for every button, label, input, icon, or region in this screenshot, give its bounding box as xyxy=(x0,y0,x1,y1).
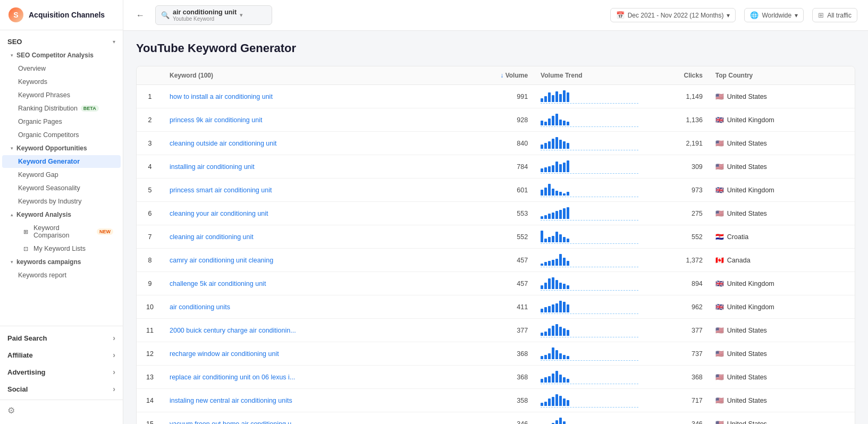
sidebar-item-keyword-phrases[interactable]: Keyword Phrases xyxy=(2,89,121,101)
th-keyword[interactable]: Keyword (100) xyxy=(163,66,452,85)
keyword-cell[interactable]: how to install a air conditioning unit xyxy=(163,85,452,108)
seo-section-header[interactable]: SEO ▾ xyxy=(0,35,123,49)
app-logo-icon: S xyxy=(9,7,23,22)
keyword-analysis-header[interactable]: ▴ Keyword Analysis xyxy=(0,208,123,221)
keyword-cell[interactable]: instaling new central air conditioning u… xyxy=(163,389,452,412)
trend-cell xyxy=(534,179,645,202)
keyword-opportunities-label: Keyword Opportunities xyxy=(16,145,87,152)
volume-cell: 991 xyxy=(452,85,534,108)
sidebar-title: Acquisition Channels xyxy=(29,11,105,19)
sidebar-item-affiliate[interactable]: Affiliate › xyxy=(0,346,123,363)
th-volume[interactable]: ↓ Volume xyxy=(452,66,534,85)
sidebar-item-advertising[interactable]: Advertising › xyxy=(0,363,123,380)
settings-icon[interactable]: ⚙ xyxy=(7,405,15,415)
trend-cell xyxy=(534,366,645,389)
country-cell: 🇺🇸 United States xyxy=(709,319,855,342)
keyword-cell[interactable]: princess 9k air conditioning unit xyxy=(163,108,452,132)
paid-search-label: Paid Search xyxy=(7,334,47,342)
trend-cell xyxy=(534,249,645,272)
sidebar-item-keyword-comparison[interactable]: ⊞ Keyword Comparison NEW xyxy=(2,222,121,242)
chevron-down-icon: ▾ xyxy=(11,53,13,58)
sidebar-item-keyword-generator[interactable]: Keyword Generator xyxy=(2,155,121,168)
sidebar-item-keywords-by-industry[interactable]: Keywords by Industry xyxy=(2,195,121,208)
country-name: United Kingdom xyxy=(727,303,774,311)
keywords-campaigns-header[interactable]: ▾ keywords campaigns xyxy=(0,256,123,268)
sidebar-item-organic-competitors[interactable]: Organic Competitors xyxy=(2,129,121,141)
seo-toggle-icon: ▾ xyxy=(113,39,115,45)
sidebar-item-my-keyword-lists[interactable]: ⊡ My Keyword Lists xyxy=(2,242,121,255)
search-bar[interactable]: 🔍 air conditioning unit Youtube Keyword … xyxy=(155,5,272,25)
table-row: 5 princess smart air conditioning unit 6… xyxy=(137,179,855,202)
volume-cell: 928 xyxy=(452,108,534,132)
keyword-cell[interactable]: princess smart air conditioning unit xyxy=(163,179,452,202)
seo-competitor-analysis-header[interactable]: ▾ SEO Competitor Analysis xyxy=(0,49,123,62)
sidebar-item-keywords[interactable]: Keywords xyxy=(2,75,121,88)
volume-cell: 377 xyxy=(452,319,534,342)
country-name: United States xyxy=(727,374,767,381)
keyword-cell[interactable]: camry air conditioning unit cleaning xyxy=(163,249,452,272)
rank-cell: 11 xyxy=(137,319,163,342)
clicks-cell: 275 xyxy=(645,202,709,225)
keyword-cell[interactable]: 2000 buick century charge air conditioni… xyxy=(163,319,452,342)
table-row: 11 2000 buick century charge air conditi… xyxy=(137,319,855,342)
table-row: 2 princess 9k air conditioning unit 928 … xyxy=(137,108,855,132)
location-dropdown-icon: ▾ xyxy=(795,12,798,19)
th-rank xyxy=(137,66,163,85)
keyword-cell[interactable]: challenge 5k air conditioning unit xyxy=(163,272,452,295)
keyword-cell[interactable]: installing air conditioning unit xyxy=(163,155,452,179)
volume-cell: 553 xyxy=(452,202,534,225)
sidebar-item-overview[interactable]: Overview xyxy=(2,62,121,75)
chevron-right-icon: › xyxy=(113,368,115,376)
seo-competitor-analysis-label: SEO Competitor Analysis xyxy=(16,52,94,59)
sidebar-item-keywords-report[interactable]: Keywords report xyxy=(2,269,121,282)
table-row: 6 cleaning your air conditioning unit 55… xyxy=(137,202,855,225)
keyword-cell[interactable]: cleaning air conditioning unit xyxy=(163,225,452,249)
trend-cell xyxy=(534,412,645,425)
date-filter-label: Dec 2021 - Nov 2022 (12 Months) xyxy=(628,12,724,19)
flag-icon: 🇺🇸 xyxy=(715,350,724,358)
country-cell: 🇭🇷 Croatia xyxy=(709,225,855,249)
volume-cell: 358 xyxy=(452,389,534,412)
location-filter[interactable]: 🌐 Worldwide ▾ xyxy=(744,8,804,22)
volume-cell: 784 xyxy=(452,155,534,179)
rank-cell: 3 xyxy=(137,132,163,155)
rank-cell: 12 xyxy=(137,342,163,366)
sidebar-item-social[interactable]: Social › xyxy=(0,380,123,397)
location-filter-label: Worldwide xyxy=(762,12,791,19)
rank-cell: 6 xyxy=(137,202,163,225)
country-name: United States xyxy=(727,420,767,425)
search-dropdown-icon[interactable]: ▾ xyxy=(240,12,243,19)
rank-cell: 4 xyxy=(137,155,163,179)
country-cell: 🇺🇸 United States xyxy=(709,202,855,225)
keyword-cell[interactable]: vacuum freon out home air conditioning u… xyxy=(163,412,452,425)
trend-cell xyxy=(534,225,645,249)
keyword-cell[interactable]: air conditioning units xyxy=(163,295,452,319)
table-row: 4 installing air conditioning unit 784 3… xyxy=(137,155,855,179)
sidebar-item-organic-pages[interactable]: Organic Pages xyxy=(2,115,121,128)
country-name: Croatia xyxy=(727,233,748,241)
flag-icon: 🇺🇸 xyxy=(715,373,724,381)
keyword-opportunities-header[interactable]: ▾ Keyword Opportunities xyxy=(0,142,123,155)
date-filter[interactable]: 📅 Dec 2021 - Nov 2022 (12 Months) ▾ xyxy=(610,8,736,22)
main-content: ← 🔍 air conditioning unit Youtube Keywor… xyxy=(123,0,868,424)
flag-icon: 🇨🇦 xyxy=(715,256,724,264)
volume-cell: 368 xyxy=(452,342,534,366)
country-cell: 🇺🇸 United States xyxy=(709,155,855,179)
table-row: 8 camry air conditioning unit cleaning 4… xyxy=(137,249,855,272)
sidebar-item-ranking-distribution[interactable]: Ranking Distribution BETA xyxy=(2,102,121,115)
back-button[interactable]: ← xyxy=(134,9,147,22)
keyword-cell[interactable]: cleaning your air conditioning unit xyxy=(163,202,452,225)
table-row: 12 recharge window air conditioning unit… xyxy=(137,342,855,366)
sidebar-item-keyword-gap[interactable]: Keyword Gap xyxy=(2,168,121,181)
page-content: YouTube Keyword Generator Keyword (100) … xyxy=(123,31,868,424)
chevron-down-icon: ▾ xyxy=(11,259,13,265)
keyword-cell[interactable]: recharge window air conditioning unit xyxy=(163,342,452,366)
country-cell: 🇺🇸 United States xyxy=(709,412,855,425)
keyword-cell[interactable]: replace air conditioning unit on 06 lexu… xyxy=(163,366,452,389)
date-filter-dropdown-icon: ▾ xyxy=(727,12,730,19)
traffic-filter[interactable]: ⊞ All traffic xyxy=(812,8,857,22)
sidebar-item-keyword-seasonality[interactable]: Keyword Seasonality xyxy=(2,182,121,194)
keyword-cell[interactable]: cleaning outside air conditioning unit xyxy=(163,132,452,155)
sidebar-item-paid-search[interactable]: Paid Search › xyxy=(0,329,123,346)
flag-icon: 🇺🇸 xyxy=(715,92,724,100)
